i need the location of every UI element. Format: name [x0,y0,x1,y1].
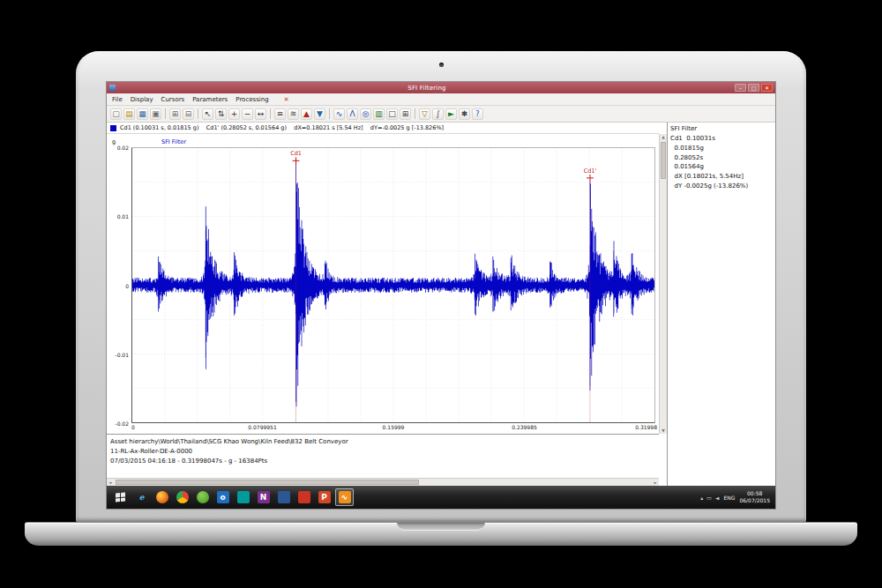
help-icon[interactable]: ? [472,108,483,120]
table-view-icon[interactable]: ▥ [373,108,385,120]
taskbar-blue-app-glyph [278,491,290,503]
vscrollbar-thumb[interactable] [661,142,666,179]
x-axis-labels: 00.07999510.159990.2399850.31998 [131,423,655,434]
taskbar-analyzer-glyph: ∿ [339,491,351,503]
taskbar-firefox-icon[interactable] [153,488,171,506]
taskbar-firefox-glyph [156,491,168,503]
window-titlebar: SFI Filtering – ▢ ✕ [107,82,775,93]
plot: Cd1Cd1' [131,147,655,423]
zoom-out-icon[interactable]: − [242,108,253,120]
multi-pane-icon[interactable]: ⊞ [400,108,411,120]
taskbar-green-app-icon[interactable] [193,488,212,506]
taskbar-powerpoint-glyph: P [318,491,331,503]
paste-icon[interactable]: ⊟ [183,108,194,120]
spectrum-view-icon[interactable]: Λ [347,108,358,120]
taskbar-chrome-icon[interactable] [173,488,191,506]
window-controls: – ▢ ✕ [735,84,773,92]
cursor-info-bar: Cd1 (0.10031 s, 0.01815 g) Cd1' (0.28052… [107,123,659,134]
sfi-value-line-2: 0.28052s [670,153,773,163]
process-icon[interactable]: ► [445,108,457,120]
y-tick-label: 0.02 [117,145,129,151]
harmonic-cursor-icon[interactable]: ≡ [274,108,286,120]
windows-logo-icon [116,492,125,502]
taskbar-analyzer-icon[interactable]: ∿ [335,488,354,506]
taskbar-clock[interactable]: 00:58 06/07/2015 [739,490,770,504]
taskbar: eoNP∿ ▴▭◄ ENG 00:58 06/07/2015 [107,486,775,509]
measurement-summary: 07/03/2015 04:16:18 - 0.31998047s - g - … [110,457,655,466]
waveform-canvas[interactable] [132,148,654,422]
chart-column: Cd1 (0.10031 s, 0.01815 g) Cd1' (0.28052… [107,123,667,486]
settings-icon[interactable]: ✱ [459,108,470,120]
zoom-in-icon[interactable]: + [228,108,240,120]
copy-icon[interactable]: ⊞ [169,108,181,120]
menu-item-display[interactable]: Display [131,96,153,103]
scroll-left-icon[interactable]: ◄ [108,480,111,486]
close-button[interactable]: ✕ [761,84,773,92]
taskbar-ie-glyph: e [136,491,148,503]
taskbar-outlook-glyph: o [217,491,229,503]
scroll-up-icon[interactable]: ▲ [660,135,667,139]
sideband-cursor-icon[interactable]: ≋ [288,108,299,120]
sfi-value-line-3: 0.01564g [670,162,773,172]
filter-icon[interactable]: ▽ [419,108,430,120]
valley-marker-icon[interactable]: ▼ [314,108,325,120]
taskbar-outlook-icon[interactable]: o [213,488,232,506]
zoom-fit-icon[interactable]: ↔ [255,108,266,120]
pointer-cursor-icon[interactable]: ↖ [202,108,213,120]
minimize-button[interactable]: – [735,84,746,92]
taskbar-ie-icon[interactable]: e [132,488,151,506]
integrate-icon[interactable]: ∫ [432,108,444,120]
print-icon[interactable]: ▣ [150,108,161,120]
taskbar-blue-app-icon[interactable] [274,488,293,506]
vertical-scrollbar[interactable]: ▲ ▼ [659,134,667,434]
x-tick-label: 0 [131,424,135,430]
scroll-right-icon[interactable]: ► [654,480,657,486]
sfi-panel-title: SFI Filter [670,124,773,134]
double-cursor-icon[interactable]: ⇅ [215,108,227,120]
taskbar-powerpoint-icon[interactable]: P [315,488,333,506]
laptop-base [25,522,857,546]
new-file-icon[interactable]: ▢ [110,108,122,120]
toolbar-separator [415,108,415,119]
open-folder-icon[interactable]: ▤ [123,108,135,120]
cursor-label-0: Cd1 [290,150,302,157]
taskbar-teal-app-icon[interactable] [234,488,252,506]
menu-item-cursors[interactable]: Cursors [161,96,185,103]
toolbar-separator [329,108,330,119]
maximize-button[interactable]: ▢ [748,84,759,92]
measurement-info-panel: Asset hierarchy\World\Thailand\SCG Khao … [107,434,659,486]
taskbar-onenote-icon[interactable]: N [254,488,273,506]
clock-date: 06/07/2015 [739,497,770,504]
main-content: Cd1 (0.10031 s, 0.01815 g) Cd1' (0.28052… [107,123,775,486]
taskbar-chrome-glyph [176,491,189,503]
tray-show-hidden-icon[interactable]: ▴ [700,495,703,501]
menubar: FileDisplayCursorsParametersProcessing✕ [107,93,775,106]
menu-item-file[interactable]: File [112,96,123,103]
tray-icons: ▴▭◄ [700,495,719,501]
x-tick-label: 0.15999 [383,424,405,430]
taskbar-teal-app-glyph [237,491,250,503]
webcam-dot [439,63,444,67]
y-tick-label: -0.02 [115,421,129,427]
menu-item-parameters[interactable]: Parameters [192,96,228,103]
menu-item-processing[interactable]: Processing [235,96,268,103]
y-tick-label: -0.01 [115,351,129,357]
taskbar-red-app-icon[interactable] [295,488,313,506]
start-button[interactable] [109,488,131,507]
horizontal-scrollbar[interactable]: ◄ ► [107,478,659,486]
sfi-value-line-5: dY -0.0025g (-13.826%) [670,182,773,191]
taskbar-onenote-glyph: N [258,491,270,503]
save-icon[interactable]: ▦ [137,108,148,120]
language-indicator[interactable]: ENG [723,495,735,501]
tray-display-icon[interactable]: ▭ [706,495,712,501]
toolbar-separator [165,108,166,119]
waveform-view-icon[interactable]: ∿ [333,108,345,120]
measurement-point-id: 11-RL-Ax-Roller-DE-A-0000 [110,447,655,457]
hscrollbar-thumb[interactable] [116,480,419,485]
close-view-icon[interactable]: ✕ [284,96,289,103]
tray-volume-icon[interactable]: ◄ [715,495,720,501]
peak-marker-icon[interactable]: ▲ [301,108,312,120]
scroll-down-icon[interactable]: ▼ [660,428,667,433]
overlay-view-icon[interactable]: ◎ [360,108,371,120]
single-pane-icon[interactable]: □ [386,108,398,120]
